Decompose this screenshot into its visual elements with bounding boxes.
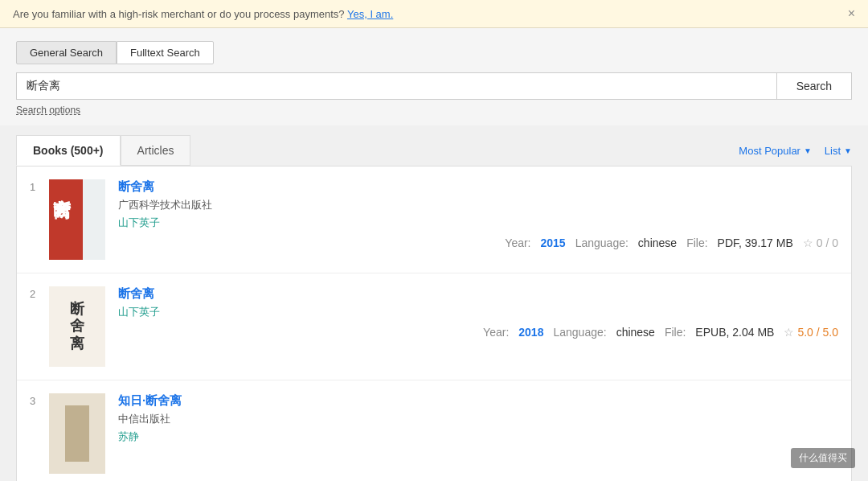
file-value: EPUB, 2.04 MB — [695, 326, 774, 339]
search-input[interactable] — [16, 72, 776, 100]
result-top: 知日·断舍离 中信出版社 苏静 — [118, 393, 838, 444]
book-cover — [49, 393, 105, 474]
banner-link[interactable]: Yes, I am. — [347, 8, 393, 20]
result-title[interactable]: 断舍离 — [118, 179, 838, 195]
language-label: Language: — [553, 326, 606, 339]
sort-arrow-icon: ▼ — [804, 146, 812, 155]
result-publisher: 中信出版社 — [118, 412, 838, 426]
cover-text — [65, 405, 89, 462]
result-author[interactable]: 山下英子 — [118, 216, 838, 230]
year-label: Year: — [505, 236, 530, 249]
articles-tab[interactable]: Articles — [121, 135, 191, 166]
result-number: 1 — [30, 179, 49, 260]
file-value: PDF, 39.17 MB — [718, 236, 793, 249]
result-top: 断舍离 山下英子 — [118, 286, 838, 319]
result-top: 断舍离 广西科学技术出版社 山下英子 — [118, 179, 838, 230]
banner-message: Are you familiar with a high-risk mercha… — [13, 8, 345, 20]
rating-value: 5.0 / 5.0 — [797, 326, 838, 339]
result-author[interactable]: 苏静 — [118, 430, 838, 444]
top-banner: Are you familiar with a high-risk mercha… — [0, 0, 868, 28]
watermark: 什么值得买 — [791, 448, 855, 468]
list-item: 3 知日·断舍离 中信出版社 苏静 — [17, 380, 851, 481]
sort-dropdown[interactable]: Most Popular ▼ — [739, 145, 812, 157]
banner-text: Are you familiar with a high-risk mercha… — [13, 8, 393, 20]
language-value: chinese — [616, 326, 655, 339]
star-icon: ☆ — [803, 236, 813, 249]
result-info: 知日·断舍离 中信出版社 苏静 — [118, 393, 838, 444]
rating[interactable]: ☆ 0 / 0 — [803, 236, 838, 249]
rating-value: 0 / 0 — [817, 236, 838, 249]
year-value: 2015 — [541, 236, 566, 249]
list-item: 2 断舍离 断舍离 山下英子 Year: 2018 Language: chin… — [17, 273, 851, 380]
result-tabs-right: Most Popular ▼ List ▼ — [739, 145, 852, 157]
view-dropdown[interactable]: List ▼ — [825, 145, 852, 157]
result-item-inner: 断舍离 广西科学技术出版社 山下英子 Year: 2015 Language: … — [118, 179, 838, 260]
view-arrow-icon: ▼ — [844, 146, 852, 155]
result-item-inner: 断舍离 山下英子 Year: 2018 Language: chinese Fi… — [118, 286, 838, 367]
view-label: List — [825, 145, 841, 157]
result-number: 3 — [30, 393, 49, 474]
books-tab[interactable]: Books (500+) — [16, 135, 121, 166]
book-cover: 断舍离 — [49, 286, 105, 367]
result-title[interactable]: 断舍离 — [118, 286, 838, 302]
result-tabs-left: Books (500+) Articles — [16, 135, 190, 166]
results-container: 1 断舍离 断舍离 广西科学技术出版社 山下英子 Year: 2015 Lang… — [16, 166, 852, 481]
result-title[interactable]: 知日·断舍离 — [118, 393, 838, 409]
general-search-tab[interactable]: General Search — [16, 41, 117, 64]
result-author[interactable]: 山下英子 — [118, 305, 838, 319]
result-meta: Year: 2015 Language: chinese File: PDF, … — [118, 236, 838, 249]
language-label: Language: — [575, 236, 628, 249]
star-icon: ☆ — [784, 326, 794, 339]
result-number: 2 — [30, 286, 49, 367]
cover-text: 断舍离 — [70, 301, 84, 353]
result-info: 断舍离 广西科学技术出版社 山下英子 — [118, 179, 838, 230]
year-value: 2018 — [518, 326, 543, 339]
result-info: 断舍离 山下英子 — [118, 286, 838, 319]
content-area: Books (500+) Articles Most Popular ▼ Lis… — [0, 125, 868, 481]
rating[interactable]: ☆ 5.0 / 5.0 — [784, 326, 838, 339]
search-area: General Search Fulltext Search Search Se… — [0, 28, 868, 125]
language-value: chinese — [638, 236, 677, 249]
search-row: Search — [16, 72, 852, 100]
result-meta: Year: 2018 Language: chinese File: EPUB,… — [118, 326, 838, 339]
file-label: File: — [686, 236, 707, 249]
result-tabs: Books (500+) Articles Most Popular ▼ Lis… — [16, 135, 852, 166]
result-item-inner: 知日·断舍离 中信出版社 苏静 — [118, 393, 838, 474]
book-cover: 断舍离 — [49, 179, 105, 260]
sort-label: Most Popular — [739, 145, 800, 157]
year-label: Year: — [483, 326, 509, 339]
banner-close-button[interactable]: × — [848, 6, 855, 21]
result-publisher: 广西科学技术出版社 — [118, 198, 838, 212]
search-button[interactable]: Search — [776, 72, 852, 100]
list-item: 1 断舍离 断舍离 广西科学技术出版社 山下英子 Year: 2015 Lang… — [17, 166, 851, 273]
search-tabs: General Search Fulltext Search — [16, 41, 852, 64]
fulltext-search-tab[interactable]: Fulltext Search — [117, 41, 214, 64]
search-options-link[interactable]: Search options — [16, 105, 80, 116]
file-label: File: — [665, 326, 686, 339]
